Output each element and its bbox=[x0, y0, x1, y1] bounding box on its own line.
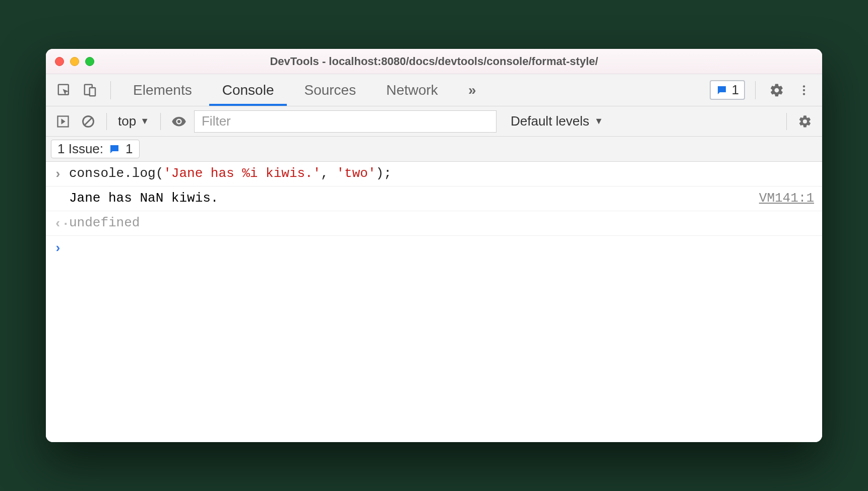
svg-point-4 bbox=[803, 89, 805, 91]
tab-elements[interactable]: Elements bbox=[120, 74, 205, 106]
console-settings-icon[interactable] bbox=[795, 111, 815, 132]
input-marker-icon: › bbox=[54, 166, 69, 182]
console-output: › console.log('Jane has %i kiwis.', 'two… bbox=[46, 162, 822, 442]
code-token: , bbox=[321, 166, 336, 181]
tab-label: Sources bbox=[304, 82, 356, 98]
inspect-element-icon[interactable] bbox=[53, 79, 75, 101]
chevron-down-icon: ▼ bbox=[594, 116, 603, 127]
code-token: console.log( bbox=[69, 166, 163, 181]
toggle-drawer-icon[interactable] bbox=[53, 111, 73, 132]
device-toolbar-icon[interactable] bbox=[79, 79, 101, 101]
console-output-text: Jane has NaN kiwis. bbox=[69, 191, 749, 206]
issues-label: 1 Issue: bbox=[57, 141, 103, 157]
code-string: 'Jane has %i kiwis.' bbox=[163, 166, 321, 181]
separator bbox=[755, 81, 756, 99]
issues-bar: 1 Issue: 1 bbox=[46, 137, 822, 162]
tab-label: Console bbox=[222, 82, 274, 98]
issues-chip[interactable]: 1 Issue: 1 bbox=[51, 140, 140, 158]
context-selector[interactable]: top ▼ bbox=[115, 113, 152, 129]
svg-rect-2 bbox=[90, 88, 95, 96]
clear-console-icon[interactable] bbox=[78, 111, 98, 132]
window-title: DevTools - localhost:8080/docs/devtools/… bbox=[46, 55, 822, 68]
console-input-code: console.log('Jane has %i kiwis.', 'two')… bbox=[69, 166, 814, 181]
svg-point-3 bbox=[803, 85, 805, 87]
filter-input[interactable] bbox=[194, 110, 497, 133]
issues-chip-count: 1 bbox=[126, 141, 133, 157]
chevron-down-icon: ▼ bbox=[140, 116, 149, 127]
titlebar: DevTools - localhost:8080/docs/devtools/… bbox=[46, 49, 822, 74]
issues-count: 1 bbox=[732, 82, 739, 98]
separator bbox=[106, 113, 107, 130]
overflow-glyph: » bbox=[468, 82, 476, 98]
code-string: 'two' bbox=[337, 166, 376, 181]
console-input-row: › console.log('Jane has %i kiwis.', 'two… bbox=[46, 162, 822, 187]
issue-icon bbox=[716, 84, 728, 96]
devtools-window: DevTools - localhost:8080/docs/devtools/… bbox=[46, 49, 822, 442]
live-expression-icon[interactable] bbox=[169, 111, 189, 132]
separator bbox=[160, 113, 161, 130]
levels-label: Default levels bbox=[511, 113, 589, 129]
tab-network[interactable]: Network bbox=[373, 74, 451, 106]
svg-point-5 bbox=[803, 93, 805, 95]
tab-console[interactable]: Console bbox=[209, 74, 287, 106]
source-link[interactable]: VM141:1 bbox=[749, 191, 814, 206]
issues-badge[interactable]: 1 bbox=[710, 80, 745, 100]
console-return-row: ‹· undefined bbox=[46, 211, 822, 236]
log-levels-selector[interactable]: Default levels ▼ bbox=[511, 113, 603, 129]
separator bbox=[110, 81, 111, 99]
tab-label: Network bbox=[386, 82, 438, 98]
svg-line-8 bbox=[85, 118, 92, 125]
console-return-value: undefined bbox=[69, 215, 814, 230]
context-label: top bbox=[118, 113, 136, 129]
issue-icon bbox=[108, 143, 120, 155]
tabs-overflow-button[interactable]: » bbox=[455, 74, 489, 106]
tab-sources[interactable]: Sources bbox=[291, 74, 369, 106]
console-prompt-row[interactable]: › bbox=[46, 236, 822, 260]
more-menu-icon[interactable] bbox=[793, 79, 815, 101]
output-marker bbox=[54, 191, 69, 207]
code-token: ); bbox=[376, 166, 392, 181]
tab-label: Elements bbox=[133, 82, 192, 98]
main-tabs: Elements Console Sources Network » 1 bbox=[46, 74, 822, 106]
return-marker-icon: ‹· bbox=[54, 215, 69, 231]
console-output-row: Jane has NaN kiwis. VM141:1 bbox=[46, 187, 822, 211]
separator bbox=[786, 113, 787, 130]
settings-icon[interactable] bbox=[766, 79, 788, 101]
prompt-marker-icon: › bbox=[54, 240, 69, 256]
console-toolbar: top ▼ Default levels ▼ bbox=[46, 106, 822, 137]
